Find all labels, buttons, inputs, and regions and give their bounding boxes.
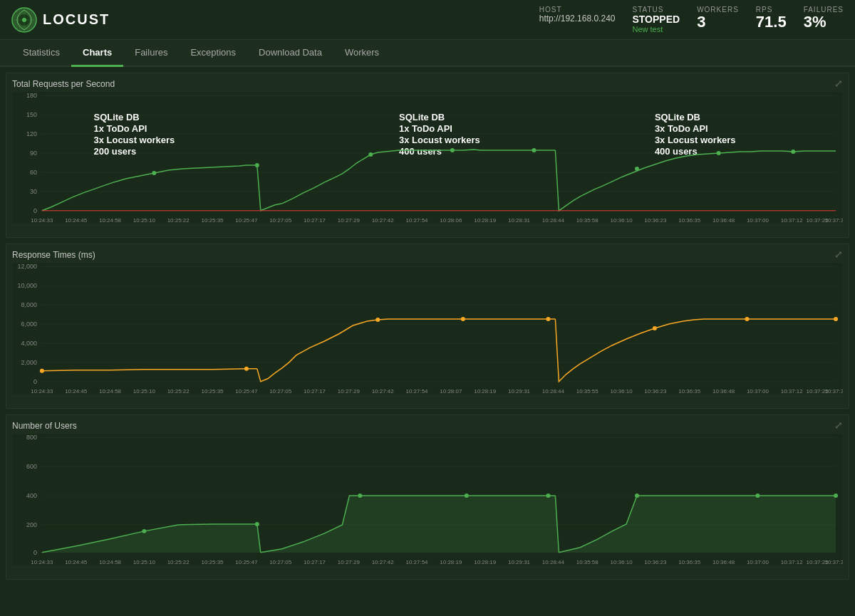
svg-text:10:27:17: 10:27:17 [304,217,326,224]
svg-text:10:25:10: 10:25:10 [133,217,156,224]
svg-text:90: 90 [30,150,37,157]
svg-text:SQLite DB: SQLite DB [94,112,140,122]
total-requests-chart: Total Requests per Second ⤢ 0 30 60 90 1… [6,73,849,238]
svg-text:10:27:42: 10:27:42 [372,217,395,224]
svg-text:400: 400 [26,492,37,499]
svg-text:10:25:35: 10:25:35 [202,559,224,565]
expand-icon-total-requests[interactable]: ⤢ [834,78,843,89]
svg-text:10:37:12: 10:37:12 [781,217,804,224]
svg-text:10:25:22: 10:25:22 [167,388,190,395]
nav-workers[interactable]: Workers [333,40,390,67]
svg-text:10:36:23: 10:36:23 [644,559,667,565]
svg-text:10:27:17: 10:27:17 [304,388,326,395]
svg-text:10:25:22: 10:25:22 [167,217,190,224]
svg-rect-65 [12,263,843,394]
svg-text:10:35:58: 10:35:58 [576,559,599,565]
svg-text:10:25:10: 10:25:10 [133,388,156,395]
svg-text:10:35:55: 10:35:55 [576,388,599,395]
svg-text:1x ToDo API: 1x ToDo API [399,123,452,134]
svg-text:10:37:00: 10:37:00 [747,559,770,565]
stat-status: STATUS STOPPED New test [632,6,680,33]
svg-point-87 [834,317,838,321]
host-value: http://192.168.0.240 [539,14,616,24]
svg-text:10:27:54: 10:27:54 [406,559,429,565]
svg-text:10:28:44: 10:28:44 [542,388,565,395]
svg-text:10:28:19: 10:28:19 [474,388,497,395]
svg-text:10:24:33: 10:24:33 [31,559,53,565]
svg-text:3x Locust workers: 3x Locust workers [94,135,175,145]
svg-text:10:36:10: 10:36:10 [611,559,633,565]
svg-text:0: 0 [33,549,37,556]
svg-text:1x ToDo API: 1x ToDo API [94,123,147,134]
status-sub: New test [632,25,680,33]
svg-text:10:25:22: 10:25:22 [167,559,190,565]
svg-text:10:37:12: 10:37:12 [781,559,804,565]
svg-text:10:24:45: 10:24:45 [65,559,88,565]
svg-text:600: 600 [26,463,37,470]
svg-point-86 [745,317,749,321]
svg-text:30: 30 [30,188,37,195]
svg-point-130 [465,494,469,498]
svg-text:10:28:07: 10:28:07 [440,388,462,395]
svg-point-34 [368,152,373,157]
svg-text:10:29:31: 10:29:31 [508,559,531,565]
svg-text:10:36:10: 10:36:10 [611,217,633,224]
svg-text:400 users: 400 users [399,146,442,157]
nav-failures[interactable]: Failures [123,40,179,67]
svg-text:10:28:31: 10:28:31 [508,217,531,224]
svg-point-80 [40,369,44,373]
svg-text:10:28:06: 10:28:06 [440,217,462,224]
svg-text:10:24:58: 10:24:58 [99,388,122,395]
svg-text:12,000: 12,000 [17,263,36,270]
response-times-chart: Response Times (ms) ⤢ 0 2,000 4,000 6,00… [6,244,849,409]
expand-icon-response-times[interactable]: ⤢ [834,249,843,260]
svg-text:10:35:58: 10:35:58 [576,217,599,224]
svg-text:10:27:17: 10:27:17 [304,559,326,565]
svg-text:60: 60 [30,169,37,176]
workers-value: 3 [697,14,739,31]
svg-point-84 [546,317,550,321]
svg-text:10:36:35: 10:36:35 [678,559,701,565]
svg-text:10:29:31: 10:29:31 [508,388,531,395]
svg-text:10:36:23: 10:36:23 [644,388,667,395]
svg-point-83 [461,317,465,321]
svg-text:10:27:29: 10:27:29 [338,217,361,224]
svg-text:2,000: 2,000 [21,359,36,366]
svg-text:10:36:48: 10:36:48 [712,388,735,395]
svg-point-39 [791,150,795,154]
header-stats: HOST http://192.168.0.240 STATUS STOPPED… [539,6,844,33]
svg-text:3x Locust workers: 3x Locust workers [399,135,480,145]
svg-text:10:36:48: 10:36:48 [712,217,735,224]
svg-point-134 [834,494,838,498]
nav-charts[interactable]: Charts [71,40,123,67]
charts-area: Total Requests per Second ⤢ 0 30 60 90 1… [0,67,855,585]
svg-text:200 users: 200 users [94,146,137,157]
svg-text:10:28:19: 10:28:19 [474,217,497,224]
nav-exceptions[interactable]: Exceptions [179,40,247,67]
response-times-title: Response Times (ms) [12,250,843,260]
svg-text:10:25:47: 10:25:47 [235,559,258,565]
svg-text:10:27:05: 10:27:05 [269,388,292,395]
svg-text:10:28:44: 10:28:44 [542,559,565,565]
rps-value: 71.5 [756,14,787,31]
nav-download-data[interactable]: Download Data [247,40,333,67]
logo-text: LOCUST [43,11,110,28]
svg-text:10:28:19: 10:28:19 [440,559,462,565]
num-users-title: Number of Users [12,421,843,431]
stat-host: HOST http://192.168.0.240 [539,6,616,24]
svg-text:SQLite DB: SQLite DB [655,112,700,122]
svg-text:10:28:19: 10:28:19 [474,559,497,565]
nav-statistics[interactable]: Statistics [11,40,71,67]
svg-text:10:37:12: 10:37:12 [781,388,804,395]
response-times-svg: 0 2,000 4,000 6,000 8,000 10,000 12,000 [12,263,843,405]
svg-text:10:36:35: 10:36:35 [678,388,701,395]
failures-value: 3% [804,14,844,31]
svg-text:10:24:45: 10:24:45 [65,388,88,395]
svg-point-35 [450,148,455,152]
svg-text:10:24:45: 10:24:45 [65,217,88,224]
expand-icon-num-users[interactable]: ⤢ [834,419,843,431]
svg-point-38 [717,151,721,155]
svg-text:10:28:44: 10:28:44 [542,217,565,224]
svg-point-128 [255,522,259,526]
total-requests-svg: 0 30 60 90 120 150 180 SQLite DB 1x ToDo… [12,92,843,234]
